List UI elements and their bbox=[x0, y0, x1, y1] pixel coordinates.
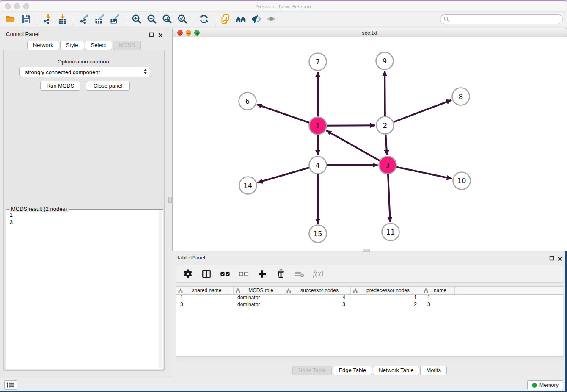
tab-select[interactable]: Select bbox=[85, 41, 112, 50]
import-network-icon[interactable] bbox=[40, 13, 55, 25]
column-header-predecessor-nodes[interactable]: predecessor nodes bbox=[351, 287, 421, 294]
export-table-icon[interactable] bbox=[92, 13, 107, 25]
svg-text:14: 14 bbox=[244, 182, 253, 190]
horizontal-splitter-handle[interactable] bbox=[363, 249, 370, 252]
show-columns-icon[interactable] bbox=[200, 268, 213, 280]
network-canvas[interactable]: 7968124314101511 bbox=[173, 37, 567, 251]
tab-node-table[interactable]: Node Table bbox=[292, 366, 332, 375]
tab-motifs[interactable]: Motifs bbox=[420, 366, 447, 375]
export-image-icon[interactable] bbox=[107, 13, 123, 25]
graph-node-9[interactable]: 9 bbox=[376, 52, 394, 70]
edge-1-6[interactable] bbox=[257, 105, 309, 123]
eye-icon[interactable] bbox=[264, 13, 279, 25]
memory-button[interactable]: Memory bbox=[527, 380, 563, 390]
graph-node-4[interactable]: 4 bbox=[309, 157, 327, 174]
cell-MCDS-role[interactable]: dominator bbox=[234, 301, 285, 308]
houses-icon[interactable] bbox=[233, 13, 248, 25]
tab-network-table[interactable]: Network Table bbox=[373, 366, 419, 375]
edge-3-1[interactable] bbox=[326, 131, 380, 161]
table-row-1[interactable]: 3dominator323 bbox=[176, 301, 563, 308]
graph-node-14[interactable]: 14 bbox=[239, 177, 257, 194]
graph-node-8[interactable]: 8 bbox=[452, 88, 470, 105]
result-scrollbar[interactable] bbox=[159, 210, 162, 368]
cell-name[interactable]: 1 bbox=[423, 295, 457, 301]
deselect-all-icon[interactable] bbox=[237, 268, 250, 280]
function-builder-icon[interactable]: f(x) bbox=[312, 268, 325, 280]
mcds-result-text[interactable]: 1 3 bbox=[10, 212, 13, 226]
column-header-MCDS-role[interactable]: MCDS role bbox=[234, 287, 284, 294]
zoom-out-icon[interactable] bbox=[144, 13, 160, 25]
graph-node-3[interactable]: 3 bbox=[379, 157, 396, 174]
cell-successor-nodes[interactable]: 4 bbox=[285, 295, 352, 301]
task-list-icon[interactable] bbox=[4, 380, 17, 390]
table-row-0[interactable]: 1dominator411 bbox=[176, 295, 563, 301]
duplicate-network-icon[interactable] bbox=[218, 13, 233, 25]
column-header-successor-nodes[interactable]: successor nodes bbox=[284, 287, 351, 294]
tab-network[interactable]: Network bbox=[27, 41, 59, 50]
graph-node-10[interactable]: 10 bbox=[453, 172, 471, 190]
cell-name[interactable]: 3 bbox=[423, 301, 457, 308]
table-tabbar: Node TableEdge TableNetwork TableMotifs bbox=[172, 366, 567, 375]
node-table[interactable]: shared nameMCDS rolesuccessor nodesprede… bbox=[176, 286, 563, 356]
cell-predecessor-nodes[interactable]: 2 bbox=[352, 301, 423, 308]
cell-shared-name[interactable]: 1 bbox=[176, 295, 234, 301]
float-icon[interactable] bbox=[549, 255, 554, 262]
stepper-icon bbox=[143, 69, 147, 76]
edge-3-10[interactable] bbox=[396, 167, 452, 179]
graph-node-11[interactable]: 11 bbox=[382, 224, 399, 241]
edge-1-2[interactable] bbox=[327, 125, 375, 126]
tab-edge-table[interactable]: Edge Table bbox=[333, 366, 372, 375]
graph-node-2[interactable]: 2 bbox=[377, 117, 394, 134]
splitter-handle[interactable] bbox=[168, 197, 172, 203]
graphics-details-icon[interactable] bbox=[248, 13, 264, 25]
table-hscrollbar[interactable] bbox=[176, 356, 563, 362]
tab-style[interactable]: Style bbox=[60, 41, 84, 50]
graph-node-15[interactable]: 15 bbox=[309, 225, 327, 243]
memory-label: Memory bbox=[539, 382, 559, 388]
toolbar-separator bbox=[126, 14, 126, 25]
mcds-result-title: MCDS result (2 nodes) bbox=[9, 206, 69, 212]
destroy-table-icon[interactable] bbox=[293, 268, 306, 280]
svg-text:3: 3 bbox=[385, 161, 390, 169]
network-window-titlebar[interactable]: scc.txt bbox=[173, 28, 567, 37]
import-table-icon[interactable] bbox=[55, 13, 71, 25]
edge-2-9[interactable] bbox=[385, 71, 385, 116]
zoom-in-icon[interactable] bbox=[129, 13, 144, 25]
edge-2-3[interactable] bbox=[385, 134, 387, 155]
svg-text:15: 15 bbox=[314, 230, 322, 238]
zoom-fit-icon[interactable] bbox=[160, 13, 175, 25]
zoom-selected-icon[interactable] bbox=[175, 13, 190, 25]
delete-row-icon[interactable] bbox=[275, 268, 287, 280]
column-header-shared-name[interactable]: shared name bbox=[176, 287, 234, 294]
close-icon[interactable] bbox=[558, 255, 562, 263]
tab-mcds[interactable]: MCDS bbox=[113, 41, 141, 50]
cell-MCDS-role[interactable]: dominator bbox=[234, 295, 285, 301]
graph-node-6[interactable]: 6 bbox=[239, 93, 256, 110]
control-panel-tabbar: NetworkStyleSelectMCDS bbox=[0, 41, 168, 50]
close-panel-button[interactable]: Close panel bbox=[86, 81, 130, 91]
graph-node-7[interactable]: 7 bbox=[309, 53, 327, 71]
cell-successor-nodes[interactable]: 3 bbox=[285, 301, 352, 308]
select-all-icon[interactable] bbox=[219, 268, 231, 280]
vertical-splitter[interactable] bbox=[169, 26, 171, 377]
save-icon[interactable] bbox=[19, 13, 34, 25]
open-folder-icon[interactable] bbox=[3, 13, 19, 25]
graph-node-1[interactable]: 1 bbox=[309, 117, 327, 135]
edge-2-8[interactable] bbox=[394, 100, 451, 122]
column-header-name[interactable]: name bbox=[421, 287, 455, 294]
float-icon[interactable] bbox=[149, 31, 154, 39]
run-mcds-button[interactable]: Run MCDS bbox=[40, 81, 80, 91]
search-input[interactable] bbox=[450, 15, 562, 23]
search-box[interactable] bbox=[440, 14, 563, 24]
refresh-layout-icon[interactable] bbox=[196, 13, 212, 25]
edge-3-11[interactable] bbox=[388, 174, 390, 222]
close-icon[interactable] bbox=[158, 32, 163, 39]
mcds-panel: Optimization criterion: strongly connect… bbox=[3, 50, 165, 371]
export-network-icon[interactable] bbox=[77, 13, 92, 25]
edge-4-14[interactable] bbox=[258, 168, 309, 182]
criterion-select[interactable]: strongly connected component bbox=[19, 67, 150, 77]
cell-shared-name[interactable]: 3 bbox=[176, 301, 234, 308]
cell-predecessor-nodes[interactable]: 1 bbox=[352, 295, 423, 301]
settings-gear-icon[interactable] bbox=[182, 268, 194, 280]
add-row-icon[interactable] bbox=[256, 268, 269, 280]
